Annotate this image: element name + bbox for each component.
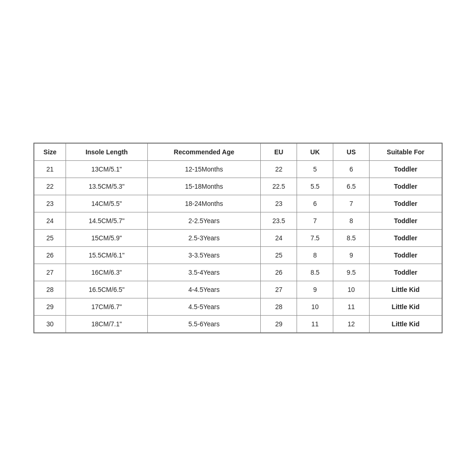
cell-insole: 17CM/6.7": [66, 298, 147, 316]
cell-us: 9.5: [333, 264, 370, 281]
table-row: 3018CM/7.1"5.5-6Years291112Little Kid: [34, 316, 442, 333]
size-chart-container: Size Insole Length Recommended Age EU UK…: [33, 143, 443, 333]
cell-size: 30: [34, 316, 66, 333]
cell-size: 28: [34, 281, 66, 298]
cell-uk: 10: [297, 298, 333, 316]
table-row: 2917CM/6.7"4.5-5Years281011Little Kid: [34, 298, 442, 316]
cell-insole: 13CM/5.1": [66, 161, 147, 178]
cell-age: 4-4.5Years: [147, 281, 261, 298]
cell-size: 29: [34, 298, 66, 316]
cell-size: 21: [34, 161, 66, 178]
cell-suitable: Toddler: [370, 195, 442, 212]
cell-uk: 5: [297, 161, 333, 178]
cell-insole: 16.5CM/6.5": [66, 281, 147, 298]
header-uk: UK: [297, 144, 333, 161]
header-insole: Insole Length: [66, 144, 147, 161]
cell-insole: 13.5CM/5.3": [66, 178, 147, 195]
cell-age: 3-3.5Years: [147, 247, 261, 264]
cell-insole: 14.5CM/5.7": [66, 212, 147, 230]
cell-eu: 22: [261, 161, 297, 178]
cell-us: 12: [333, 316, 370, 333]
cell-eu: 23: [261, 195, 297, 212]
table-row: 2414.5CM/5.7"2-2.5Years23.578Toddler: [34, 212, 442, 230]
cell-insole: 15CM/5.9": [66, 230, 147, 247]
cell-uk: 8: [297, 247, 333, 264]
cell-age: 15-18Months: [147, 178, 261, 195]
cell-size: 26: [34, 247, 66, 264]
cell-uk: 5.5: [297, 178, 333, 195]
cell-size: 25: [34, 230, 66, 247]
cell-uk: 6: [297, 195, 333, 212]
cell-uk: 7: [297, 212, 333, 230]
cell-us: 7: [333, 195, 370, 212]
cell-insole: 15.5CM/6.1": [66, 247, 147, 264]
cell-insole: 14CM/5.5": [66, 195, 147, 212]
cell-insole: 18CM/7.1": [66, 316, 147, 333]
cell-suitable: Toddler: [370, 178, 442, 195]
size-chart-table: Size Insole Length Recommended Age EU UK…: [34, 143, 442, 333]
table-row: 2213.5CM/5.3"15-18Months22.55.56.5Toddle…: [34, 178, 442, 195]
cell-us: 9: [333, 247, 370, 264]
cell-uk: 11: [297, 316, 333, 333]
header-suitable: Suitable For: [370, 144, 442, 161]
table-row: 2816.5CM/6.5"4-4.5Years27910Little Kid: [34, 281, 442, 298]
cell-suitable: Toddler: [370, 264, 442, 281]
cell-age: 18-24Months: [147, 195, 261, 212]
cell-us: 8: [333, 212, 370, 230]
cell-uk: 9: [297, 281, 333, 298]
cell-eu: 28: [261, 298, 297, 316]
cell-age: 2-2.5Years: [147, 212, 261, 230]
cell-age: 12-15Months: [147, 161, 261, 178]
cell-us: 8.5: [333, 230, 370, 247]
cell-size: 27: [34, 264, 66, 281]
cell-uk: 7.5: [297, 230, 333, 247]
cell-us: 11: [333, 298, 370, 316]
header-size: Size: [34, 144, 66, 161]
cell-us: 6: [333, 161, 370, 178]
table-row: 2615.5CM/6.1"3-3.5Years2589Toddler: [34, 247, 442, 264]
header-us: US: [333, 144, 370, 161]
cell-us: 6.5: [333, 178, 370, 195]
header-eu: EU: [261, 144, 297, 161]
cell-suitable: Toddler: [370, 230, 442, 247]
cell-size: 23: [34, 195, 66, 212]
cell-suitable: Toddler: [370, 161, 442, 178]
table-row: 2716CM/6.3"3.5-4Years268.59.5Toddler: [34, 264, 442, 281]
cell-size: 24: [34, 212, 66, 230]
cell-eu: 24: [261, 230, 297, 247]
cell-suitable: Little Kid: [370, 281, 442, 298]
cell-us: 10: [333, 281, 370, 298]
cell-age: 2.5-3Years: [147, 230, 261, 247]
cell-eu: 26: [261, 264, 297, 281]
cell-insole: 16CM/6.3": [66, 264, 147, 281]
cell-size: 22: [34, 178, 66, 195]
cell-suitable: Toddler: [370, 212, 442, 230]
cell-suitable: Little Kid: [370, 316, 442, 333]
cell-age: 5.5-6Years: [147, 316, 261, 333]
cell-suitable: Toddler: [370, 247, 442, 264]
cell-uk: 8.5: [297, 264, 333, 281]
table-header-row: Size Insole Length Recommended Age EU UK…: [34, 144, 442, 161]
table-row: 2515CM/5.9"2.5-3Years247.58.5Toddler: [34, 230, 442, 247]
cell-eu: 25: [261, 247, 297, 264]
cell-eu: 22.5: [261, 178, 297, 195]
table-row: 2314CM/5.5"18-24Months2367Toddler: [34, 195, 442, 212]
cell-eu: 29: [261, 316, 297, 333]
table-row: 2113CM/5.1"12-15Months2256Toddler: [34, 161, 442, 178]
cell-eu: 23.5: [261, 212, 297, 230]
cell-age: 4.5-5Years: [147, 298, 261, 316]
cell-eu: 27: [261, 281, 297, 298]
cell-age: 3.5-4Years: [147, 264, 261, 281]
header-age: Recommended Age: [147, 144, 261, 161]
cell-suitable: Little Kid: [370, 298, 442, 316]
